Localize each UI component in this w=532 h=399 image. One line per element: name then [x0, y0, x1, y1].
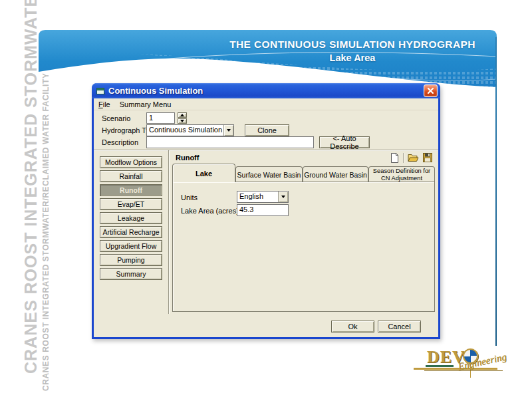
units-value: English — [237, 192, 278, 202]
new-document-icon[interactable] — [390, 153, 399, 163]
sidebar-item-upgradient-flow[interactable]: Upgradient Flow — [100, 240, 162, 252]
spinner-down-button[interactable] — [178, 118, 187, 124]
lake-area-input[interactable]: 45.3 — [237, 204, 289, 216]
window-titlebar[interactable]: Continuous Simulation — [92, 83, 440, 98]
sidebar-item-pumping[interactable]: Pumping — [100, 254, 162, 266]
logo-gold-rule — [414, 368, 497, 370]
category-sidebar: Modflow Options Rainfall Runoff Evap/ET … — [94, 150, 168, 315]
close-button[interactable] — [424, 84, 438, 97]
scenario-spinner — [178, 112, 187, 124]
chevron-down-icon — [227, 129, 231, 132]
clone-button[interactable]: Clone — [245, 124, 289, 136]
units-label: Units — [181, 194, 198, 201]
tab-ground-water-basin[interactable]: Ground Water Basin — [303, 166, 368, 182]
description-label: Description — [102, 138, 138, 146]
close-icon — [427, 87, 434, 94]
chevron-down-icon — [281, 196, 285, 198]
description-input[interactable] — [146, 136, 314, 148]
menu-file[interactable]: File — [98, 100, 110, 108]
slide-background: CRANES ROOST INTEGRATED STORMWATER CRANE… — [0, 0, 532, 399]
logo-green-rule — [426, 365, 454, 367]
auto-describe-button[interactable]: <- Auto Describe — [319, 136, 370, 148]
side-watermark-secondary: CRANES ROOST INTEGRATED STORMWATER/RECLA… — [41, 72, 51, 391]
toolbar-separator — [403, 153, 404, 163]
slide-title: THE CONTINUOUS SIMULATION HYDROGRAPH — [213, 39, 492, 51]
dialog-footer: Ok Cancel — [94, 315, 438, 337]
dropdown-arrow-button[interactable] — [223, 125, 233, 136]
tab-season-definition[interactable]: Season Definition for CN Adjustment — [368, 166, 435, 182]
tab-lake[interactable]: Lake — [172, 164, 235, 182]
tab-strip: Lake Surface Water Basin Ground Water Ba… — [172, 164, 435, 182]
sidebar-item-artificial-recharge[interactable]: Artificial Recharge — [100, 226, 162, 238]
scenario-input[interactable]: 1 — [146, 112, 175, 124]
window-icon — [96, 87, 106, 95]
cancel-button[interactable]: Cancel — [378, 321, 421, 332]
sidebar-item-leakage[interactable]: Leakage — [100, 212, 162, 224]
units-dropdown[interactable]: English — [237, 191, 289, 203]
sidebar-item-summary[interactable]: Summary — [100, 268, 162, 280]
save-icon[interactable] — [423, 153, 432, 162]
continuous-simulation-window: Continuous Simulation File Summary Menu … — [92, 83, 440, 339]
menu-summary-menu[interactable]: Summary Menu — [120, 100, 172, 108]
slide-subtitle: Lake Area — [213, 53, 492, 63]
spinner-up-button[interactable] — [178, 112, 187, 118]
hydrograph-type-value: Continuous Simulation — [147, 125, 223, 136]
sidebar-item-runoff[interactable]: Runoff — [100, 184, 162, 196]
slide-title-block: THE CONTINUOUS SIMULATION HYDROGRAPH Lak… — [213, 39, 492, 63]
tab-surface-water-basin[interactable]: Surface Water Basin — [235, 166, 303, 182]
ok-button[interactable]: Ok — [331, 321, 374, 332]
lake-area-label: Lake Area (acres) — [181, 207, 239, 215]
lake-tab-content: Units English Lake Area (acres) 45.3 — [172, 182, 435, 312]
down-arrow-icon — [180, 120, 184, 122]
panel-toolbar — [390, 152, 432, 163]
window-title: Continuous Simulation — [108, 86, 424, 96]
devo-engineering-logo: DEV Engineering — [424, 346, 511, 378]
side-watermark-primary: CRANES ROOST INTEGRATED STORMWATER — [21, 0, 41, 374]
panel-title: Runoff — [176, 154, 199, 162]
open-folder-icon[interactable] — [408, 153, 419, 162]
units-dropdown-arrow[interactable] — [278, 192, 288, 202]
right-border-rule — [495, 37, 497, 346]
menu-bar: File Summary Menu — [94, 98, 438, 110]
dialog-body: Modflow Options Rainfall Runoff Evap/ET … — [94, 150, 438, 315]
scenario-label: Scenario — [102, 114, 130, 122]
sidebar-item-evap-et[interactable]: Evap/ET — [100, 198, 162, 210]
hydrograph-type-dropdown[interactable]: Continuous Simulation — [146, 124, 234, 136]
sidebar-item-modflow-options[interactable]: Modflow Options — [100, 156, 162, 168]
up-arrow-icon — [180, 114, 184, 116]
runoff-panel: Runoff — [169, 150, 438, 315]
sidebar-item-rainfall[interactable]: Rainfall — [100, 170, 162, 182]
